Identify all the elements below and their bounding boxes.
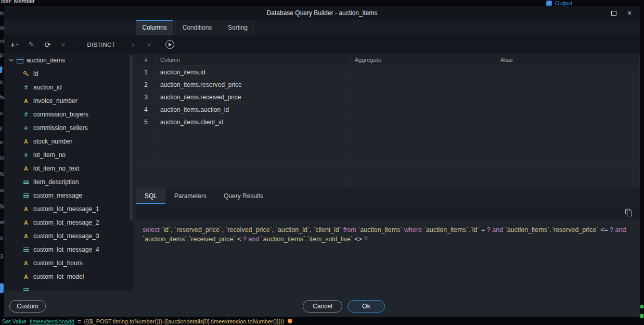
ok-button[interactable]: Ok: [347, 300, 385, 313]
tree-field-lot-item-no-text[interactable]: A lot_item_no_text: [4, 162, 134, 175]
delete-icon: ×: [147, 41, 151, 49]
cell-column[interactable]: auction_items.reserved_price: [156, 79, 351, 90]
memo-field-icon: [22, 248, 30, 252]
grid-row[interactable]: 4 auction_items.auction_id: [136, 103, 640, 116]
tree-field-label: custom_lot_hours: [33, 259, 83, 267]
tree-field-label: commission_buyers: [33, 111, 88, 118]
cell-alias[interactable]: [496, 116, 640, 128]
tree-field-custom-lot-message-4[interactable]: custom_lot_message_4: [4, 243, 134, 256]
close-button[interactable]: ×: [622, 6, 637, 20]
cell-aggregate[interactable]: [351, 79, 496, 90]
sql-tab-bar: SQL Parameters Query Results: [136, 188, 640, 204]
tree-field-id[interactable]: id: [4, 67, 134, 81]
status-flame-icon: [288, 319, 292, 323]
status-variable: timeextensionadd: [30, 318, 74, 324]
delete-column-button[interactable]: ×: [61, 41, 65, 49]
row-num: 2: [136, 79, 156, 90]
tree-field-label: custom_lot_message_3: [33, 232, 99, 240]
tree-field-label: custom_lot_model: [33, 273, 84, 280]
cell-alias[interactable]: [496, 91, 640, 103]
dialog-titlebar: Database Query Builder - auction_items ×: [4, 6, 640, 20]
chevron-down-icon[interactable]: ▾: [16, 42, 18, 47]
output-checkbox[interactable]: ✓: [546, 1, 552, 6]
tree-node-auction-items[interactable]: auction_items: [4, 54, 134, 67]
edit-column-button[interactable]: ✎: [29, 41, 34, 48]
header-alias: Alias: [496, 54, 640, 66]
columns-grid: # Column Aggregate Alias 1 auction_items…: [136, 54, 640, 188]
backdrop-top-left-text: ider: Member: [1, 0, 35, 4]
tab-parameters[interactable]: Parameters: [166, 188, 215, 204]
tree-field-custom-lot-hours[interactable]: A custom_lot_hours: [4, 256, 134, 270]
grid-row-empty[interactable]: [136, 141, 640, 153]
cell-aggregate[interactable]: [351, 103, 496, 115]
execute-query-button[interactable]: ▶: [165, 40, 174, 49]
distinct-toggle[interactable]: DISTINCT: [87, 42, 115, 48]
cell-column[interactable]: auction_items.auction_id: [156, 103, 351, 115]
copy-sql-button[interactable]: [625, 209, 633, 216]
tree-field-label: invoice_number: [33, 97, 78, 105]
tree-field-label: custom_message: [33, 192, 82, 199]
grid-row[interactable]: 2 auction_items.reserved_price: [136, 79, 640, 91]
tree-field-custom-lot-message-1[interactable]: A custom_lot_message_1: [4, 202, 134, 216]
number-field-icon: #: [22, 84, 30, 90]
cell-aggregate[interactable]: [351, 66, 496, 78]
grid-row[interactable]: 3 auction_items.received_price: [136, 91, 640, 103]
tree-field-item-description[interactable]: item_description: [4, 175, 134, 189]
tree-field-label: custom_lot_message_1: [33, 205, 99, 213]
tab-conditions[interactable]: Conditions: [175, 20, 219, 35]
cell-aggregate[interactable]: [351, 116, 496, 128]
cell-alias[interactable]: [496, 103, 640, 115]
grid-row[interactable]: 1 auction_items.id: [136, 66, 640, 79]
tree-field-stock-number[interactable]: A stock_number: [4, 135, 134, 148]
tab-sql[interactable]: SQL: [136, 188, 166, 204]
play-icon: ▶: [169, 42, 172, 47]
left-accent-badge: [0, 283, 4, 293]
query-builder-dialog: Database Query Builder - auction_items ×…: [4, 6, 640, 317]
tree-field-lot-item-no[interactable]: # lot_item_no: [4, 148, 134, 162]
memo-field-icon: [22, 193, 30, 198]
output-toggle[interactable]: ✓ Output: [546, 0, 572, 6]
row-num: 1: [136, 66, 156, 78]
remove-button-disabled[interactable]: ×: [147, 41, 151, 49]
tree-field-partial[interactable]: [4, 283, 134, 291]
tree-field-custom-lot-message-2[interactable]: A custom_lot_message_2: [4, 216, 134, 229]
chevron-down-icon[interactable]: [7, 59, 15, 62]
cell-alias[interactable]: [496, 79, 640, 90]
tree-field-auction-id[interactable]: # auction_id: [4, 81, 134, 94]
tree-field-custom-lot-model[interactable]: A custom_lot_model: [4, 270, 134, 283]
grid-row[interactable]: 5 auction_items.client_id: [136, 116, 640, 128]
grid-row-empty[interactable]: [136, 166, 640, 178]
tree-field-custom-lot-message-3[interactable]: A custom_lot_message_3: [4, 229, 134, 243]
text-field-icon: A: [22, 233, 30, 239]
custom-button[interactable]: Custom: [9, 300, 46, 313]
tree-field-label: auction_id: [33, 84, 62, 91]
cell-alias[interactable]: [496, 66, 640, 78]
tree-field-invoice-number[interactable]: A invoice_number: [4, 94, 134, 108]
memo-field-icon: [22, 288, 30, 291]
tab-query-results[interactable]: Query Results: [215, 188, 272, 204]
sql-code: select `id`, `reserved_price`, `received…: [136, 220, 640, 249]
memo-field-icon: [22, 180, 30, 184]
grid-row-empty[interactable]: [136, 178, 640, 188]
sql-toolstrip: [136, 204, 640, 220]
cancel-button[interactable]: Cancel: [303, 300, 342, 313]
cell-column[interactable]: auction_items.id: [156, 66, 351, 78]
number-field-icon: #: [22, 125, 30, 131]
tab-columns[interactable]: Columns: [136, 20, 173, 35]
tree-field-custom-message[interactable]: custom_message: [4, 189, 134, 202]
tab-sorting[interactable]: Sorting: [222, 20, 254, 35]
grid-row-empty[interactable]: [136, 153, 640, 166]
add-button-disabled[interactable]: +: [131, 40, 136, 49]
output-label[interactable]: Output: [555, 0, 572, 6]
cell-column[interactable]: auction_items.received_price: [156, 91, 351, 103]
refresh-button[interactable]: ⟳: [45, 41, 51, 49]
cell-aggregate[interactable]: [351, 91, 496, 103]
tree-scrollbar[interactable]: [130, 55, 133, 221]
maximize-button[interactable]: [607, 6, 621, 20]
grid-row-empty[interactable]: [136, 128, 640, 141]
cell-column[interactable]: auction_items.client_id: [156, 116, 351, 128]
text-field-icon: A: [22, 219, 30, 226]
tree-field-commission-sellers[interactable]: # commission_sellers: [4, 121, 134, 135]
tree-field-commission-buyers[interactable]: # commission_buyers: [4, 108, 134, 121]
add-column-button[interactable]: +: [10, 40, 15, 49]
